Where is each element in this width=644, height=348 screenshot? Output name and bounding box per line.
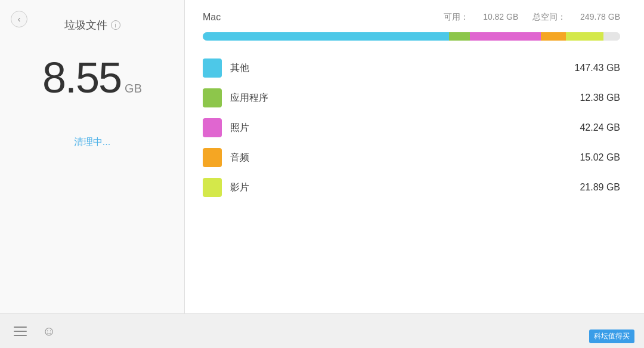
category-row: 照片42.24 GB <box>203 118 620 137</box>
bar-free <box>603 32 620 41</box>
bar-other <box>203 32 449 41</box>
category-size: 12.38 GB <box>580 93 620 103</box>
panel-title: 垃圾文件 <box>64 18 107 32</box>
disk-name: Mac <box>203 12 221 23</box>
category-color-swatch <box>203 148 222 167</box>
right-panel: Mac 可用： 10.82 GB 总空间： 249.78 GB 其他147.43… <box>185 0 644 313</box>
total-label: 总空间： <box>532 12 566 21</box>
bar-audio <box>541 32 566 41</box>
category-size: 21.89 GB <box>580 182 620 193</box>
bar-movies <box>566 32 603 41</box>
category-row: 音频15.02 GB <box>203 148 620 167</box>
back-button[interactable]: ‹ <box>11 11 27 27</box>
info-icon[interactable]: i <box>111 20 120 30</box>
menu-icon[interactable] <box>12 323 29 340</box>
category-row: 应用程序12.38 GB <box>203 88 620 107</box>
category-label: 照片 <box>230 122 571 134</box>
disk-info: 可用： 10.82 GB 总空间： 249.78 GB <box>432 12 620 23</box>
category-row: 其他147.43 GB <box>203 58 620 78</box>
total-value: 249.78 GB <box>580 12 620 21</box>
categories-list: 其他147.43 GB应用程序12.38 GB照片42.24 GB音频15.02… <box>203 58 620 197</box>
size-display: 8.55 GB <box>18 56 166 100</box>
bar-apps <box>449 32 470 41</box>
left-panel: ‹ 垃圾文件 i 8.55 GB 清理中... <box>0 0 185 313</box>
smiley-icon[interactable]: ☺ <box>41 323 57 340</box>
panel-title-area: 垃圾文件 i <box>18 18 166 32</box>
storage-bar <box>203 32 620 41</box>
right-header: Mac 可用： 10.82 GB 总空间： 249.78 GB <box>203 12 620 23</box>
category-size: 42.24 GB <box>580 122 620 133</box>
category-color-swatch <box>203 178 222 197</box>
category-color-swatch <box>203 118 222 137</box>
category-label: 音频 <box>230 152 571 164</box>
category-label: 影片 <box>230 181 571 194</box>
category-color-swatch <box>203 88 222 107</box>
watermark: 科坛值得买 <box>589 329 634 343</box>
size-number: 8.55 <box>42 56 121 99</box>
available-value: 10.82 GB <box>483 12 518 21</box>
size-unit: GB <box>125 82 142 96</box>
category-row: 影片21.89 GB <box>203 178 620 197</box>
bar-photos <box>470 32 541 41</box>
cleaning-status[interactable]: 清理中... <box>18 136 166 149</box>
category-color-swatch <box>203 58 222 78</box>
category-size: 147.43 GB <box>575 63 621 73</box>
bottom-bar: ☺ 科坛值得买 <box>0 313 644 348</box>
category-label: 应用程序 <box>230 92 571 104</box>
category-size: 15.02 GB <box>580 152 620 163</box>
available-label: 可用： <box>444 12 469 21</box>
category-label: 其他 <box>230 62 566 75</box>
